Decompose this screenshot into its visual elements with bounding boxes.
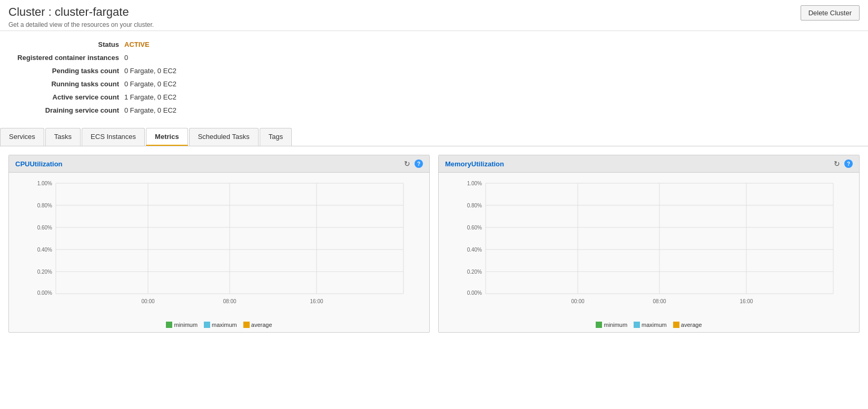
svg-text:0.40%: 0.40%: [37, 247, 52, 253]
pending-tasks-label: Pending tasks count: [8, 67, 124, 75]
pending-tasks-row: Pending tasks count 0 Fargate, 0 EC2: [8, 67, 860, 75]
memory-chart-icons: ↻ ?: [833, 159, 853, 168]
cpu-refresh-icon[interactable]: ↻: [403, 159, 411, 168]
svg-text:0.80%: 0.80%: [37, 203, 52, 208]
registered-instances-label: Registered container instances: [8, 54, 124, 62]
svg-text:0.80%: 0.80%: [467, 203, 482, 208]
memory-average-color: [673, 322, 679, 328]
cpu-average-label: average: [251, 322, 272, 328]
running-tasks-value: 0 Fargate, 0 EC2: [124, 80, 176, 88]
tab-tags[interactable]: Tags: [260, 128, 292, 146]
memory-minimum-color: [596, 322, 602, 328]
cpu-average-color: [243, 322, 250, 328]
tab-services[interactable]: Services: [0, 128, 44, 146]
svg-text:16:00: 16:00: [739, 298, 753, 304]
svg-text:0.00%: 0.00%: [467, 290, 482, 296]
svg-text:0.40%: 0.40%: [467, 247, 482, 253]
cpu-legend-maximum: maximum: [204, 322, 237, 328]
svg-text:1.00%: 1.00%: [37, 181, 52, 186]
svg-text:0.60%: 0.60%: [37, 225, 52, 231]
draining-service-value: 0 Fargate, 0 EC2: [124, 106, 176, 114]
memory-average-label: average: [681, 322, 702, 328]
cpu-chart-icons: ↻ ?: [403, 159, 423, 168]
status-label: Status: [8, 41, 124, 48]
memory-chart-svg: 1.00% 0.80% 0.60% 0.40% 0.20% 0.00%: [439, 175, 859, 317]
tab-ecs-instances[interactable]: ECS Instances: [82, 128, 145, 146]
cpu-maximum-label: maximum: [212, 322, 237, 328]
running-tasks-row: Running tasks count 0 Fargate, 0 EC2: [8, 80, 860, 88]
memory-refresh-icon[interactable]: ↻: [833, 159, 841, 168]
cpu-help-icon[interactable]: ?: [415, 159, 423, 168]
status-row: Status ACTIVE: [8, 41, 860, 48]
draining-service-label: Draining service count: [8, 106, 124, 114]
svg-text:08:00: 08:00: [223, 298, 236, 304]
registered-instances-value: 0: [124, 54, 128, 62]
cluster-info: Status ACTIVE Registered container insta…: [0, 31, 868, 128]
page-title: Cluster : cluster-fargate: [8, 5, 154, 19]
pending-tasks-value: 0 Fargate, 0 EC2: [124, 67, 176, 75]
tab-scheduled-tasks[interactable]: Scheduled Tasks: [189, 128, 259, 146]
cpu-minimum-label: minimum: [174, 322, 198, 328]
running-tasks-label: Running tasks count: [8, 80, 124, 88]
cpu-chart-svg: 1.00% 0.80% 0.60% 0.40% 0.20% 0.00%: [9, 175, 429, 317]
status-value: ACTIVE: [124, 41, 150, 48]
active-service-value: 1 Fargate, 0 EC2: [124, 93, 176, 101]
cpu-minimum-color: [166, 322, 172, 328]
active-service-row: Active service count 1 Fargate, 0 EC2: [8, 93, 860, 101]
tab-tasks[interactable]: Tasks: [45, 128, 81, 146]
cpu-chart-legend: minimum maximum average: [9, 318, 429, 332]
memory-chart-body: 1.00% 0.80% 0.60% 0.40% 0.20% 0.00%: [439, 173, 859, 318]
memory-legend-maximum: maximum: [634, 322, 667, 328]
metrics-content: CPUUtilization ↻ ? 1.00% 0.80% 0.60% 0.4…: [0, 146, 868, 341]
page-header: Cluster : cluster-fargate Get a detailed…: [0, 0, 868, 31]
svg-text:0.20%: 0.20%: [467, 269, 482, 275]
svg-text:0.20%: 0.20%: [37, 269, 52, 275]
draining-service-row: Draining service count 0 Fargate, 0 EC2: [8, 106, 860, 114]
cpu-maximum-color: [204, 322, 210, 328]
tabs-bar: Services Tasks ECS Instances Metrics Sch…: [0, 128, 868, 146]
cpu-legend-average: average: [243, 322, 272, 328]
cpu-chart-body: 1.00% 0.80% 0.60% 0.40% 0.20% 0.00%: [9, 173, 429, 318]
tab-metrics[interactable]: Metrics: [146, 128, 188, 146]
page-subtitle: Get a detailed view of the resources on …: [8, 21, 154, 28]
svg-text:00:00: 00:00: [141, 298, 154, 304]
delete-cluster-button[interactable]: Delete Cluster: [801, 5, 860, 21]
memory-chart-legend: minimum maximum average: [439, 318, 859, 332]
memory-maximum-label: maximum: [642, 322, 667, 328]
cpu-chart-box: CPUUtilization ↻ ? 1.00% 0.80% 0.60% 0.4…: [8, 155, 430, 333]
svg-text:0.00%: 0.00%: [37, 290, 52, 296]
memory-minimum-label: minimum: [604, 322, 627, 328]
memory-help-icon[interactable]: ?: [844, 159, 853, 168]
memory-chart-box: MemoryUtilization ↻ ? 1.00% 0.80% 0.60% …: [438, 155, 860, 333]
cpu-legend-minimum: minimum: [166, 322, 198, 328]
svg-text:0.60%: 0.60%: [467, 225, 482, 231]
cpu-chart-title: CPUUtilization: [15, 160, 63, 168]
memory-maximum-color: [634, 322, 640, 328]
memory-chart-title: MemoryUtilization: [445, 160, 504, 168]
active-service-label: Active service count: [8, 93, 124, 101]
registered-instances-row: Registered container instances 0: [8, 54, 860, 62]
memory-legend-average: average: [673, 322, 702, 328]
svg-text:16:00: 16:00: [310, 298, 323, 304]
svg-text:08:00: 08:00: [653, 298, 666, 304]
memory-legend-minimum: minimum: [596, 322, 627, 328]
svg-text:1.00%: 1.00%: [467, 181, 482, 186]
svg-text:00:00: 00:00: [571, 298, 584, 304]
charts-container: CPUUtilization ↻ ? 1.00% 0.80% 0.60% 0.4…: [8, 155, 860, 333]
cpu-chart-header: CPUUtilization ↻ ?: [9, 155, 429, 173]
memory-chart-header: MemoryUtilization ↻ ?: [439, 155, 859, 173]
